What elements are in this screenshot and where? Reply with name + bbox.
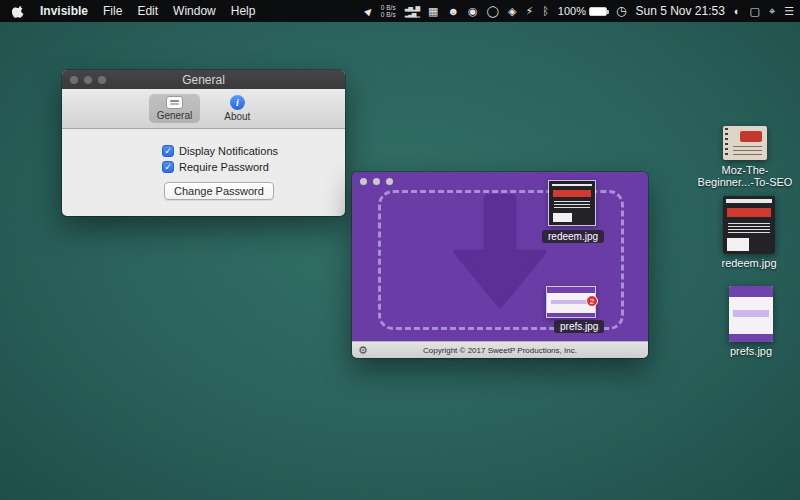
menu-edit[interactable]: Edit bbox=[137, 4, 158, 18]
badge-count: 2 bbox=[586, 295, 598, 307]
menu-file[interactable]: File bbox=[103, 4, 122, 18]
apple-icon bbox=[12, 5, 25, 18]
prefs-image-icon bbox=[729, 286, 773, 342]
drop-window-footer: ⚙ Copyright © 2017 SweetP Productions, I… bbox=[352, 341, 648, 358]
prefs-file-label: prefs.jpg bbox=[554, 320, 604, 333]
desktop-icon-moz-pdf[interactable]: Moz-The- Beginner...-To-SEO bbox=[695, 126, 795, 160]
apple-menu[interactable] bbox=[12, 5, 25, 18]
net-up-label: 0 B/s bbox=[381, 4, 396, 11]
menu-bar: Invisible File Edit Window Help ▶ 0 B/s … bbox=[0, 0, 800, 22]
preferences-content: ✓ Display Notifications ✓ Require Passwo… bbox=[62, 129, 345, 200]
menu-bar-status: ▶ 0 B/s 0 B/s ▃▅▂▆ ▂▃▅▁ ▦ ☻ ◉ ◯ ◈ ⚡ ᛒ 10… bbox=[365, 0, 794, 22]
app-menu-title[interactable]: Invisible bbox=[40, 4, 88, 18]
preferences-titlebar[interactable]: General bbox=[62, 70, 345, 89]
toolbar-about-label: About bbox=[224, 111, 250, 122]
pdf-document-icon bbox=[723, 126, 767, 160]
record-icon[interactable]: ◯ bbox=[487, 5, 499, 18]
menu-bar-clock[interactable]: Sun 5 Nov 21:53 bbox=[635, 4, 724, 18]
location-icon[interactable]: ▶ bbox=[362, 5, 374, 17]
redeem-thumbnail-art bbox=[549, 181, 595, 225]
redeem-image-icon bbox=[723, 196, 775, 254]
minimize-button[interactable] bbox=[373, 178, 380, 185]
net-down-label: 0 B/s bbox=[381, 11, 396, 18]
menu-window[interactable]: Window bbox=[173, 4, 216, 18]
redeem-file-label: redeem.jpg bbox=[542, 230, 604, 243]
bolt-icon[interactable]: ⚡ bbox=[525, 5, 533, 18]
gear-icon[interactable]: ⚙ bbox=[358, 344, 368, 357]
clock-icon[interactable]: ◷ bbox=[616, 4, 626, 18]
cpu-meter[interactable]: ▃▅▂▆ ▂▃▅▁ bbox=[405, 5, 419, 17]
prefs-icon-label: prefs.jpg bbox=[701, 345, 800, 357]
menu-help[interactable]: Help bbox=[231, 4, 256, 18]
notification-center-icon[interactable]: ☰ bbox=[784, 5, 794, 18]
toolbar-tab-about[interactable]: i About bbox=[216, 93, 258, 124]
battery-percent-label: 100% bbox=[558, 5, 586, 17]
redeem-thumbnail[interactable] bbox=[548, 180, 596, 226]
prefs-thumbnail[interactable]: 2 bbox=[546, 286, 596, 318]
info-icon: i bbox=[230, 95, 245, 110]
preferences-toolbar: General i About bbox=[62, 89, 345, 129]
desktop-icon-redeem[interactable]: redeem.jpg bbox=[699, 196, 799, 254]
cpu-bars-bottom: ▂▃▅▁ bbox=[405, 11, 419, 17]
prefs-thumbnail-art: 2 bbox=[547, 287, 595, 317]
grid-icon[interactable]: ▦ bbox=[428, 5, 438, 18]
drop-window: redeem.jpg 2 prefs.jpg ⚙ Copyright © 201… bbox=[352, 172, 648, 358]
battery-status[interactable]: 100% bbox=[558, 5, 607, 17]
bluetooth-icon[interactable]: ᛒ bbox=[542, 5, 549, 17]
copyright-label: Copyright © 2017 SweetP Productions, Inc… bbox=[352, 346, 648, 355]
display-icon[interactable]: ▢ bbox=[750, 5, 760, 18]
menu-bar-left: Invisible File Edit Window Help bbox=[0, 4, 255, 18]
redeem-icon-label: redeem.jpg bbox=[699, 257, 799, 269]
require-password-checkbox[interactable]: ✓ bbox=[162, 161, 174, 173]
user-icon[interactable]: ☻ bbox=[448, 5, 460, 17]
display-notifications-checkbox[interactable]: ✓ bbox=[162, 145, 174, 157]
moz-icon-label: Moz-The- Beginner...-To-SEO bbox=[695, 164, 795, 188]
toolbar-tab-general[interactable]: General bbox=[149, 94, 201, 123]
general-icon bbox=[166, 96, 183, 109]
close-button[interactable] bbox=[360, 178, 367, 185]
require-password-label: Require Password bbox=[179, 161, 269, 173]
window-title: General bbox=[62, 73, 345, 87]
change-password-button[interactable]: Change Password bbox=[164, 182, 274, 200]
drop-traffic-lights bbox=[360, 178, 393, 185]
lock-icon[interactable]: ◈ bbox=[508, 5, 516, 18]
spotlight-icon[interactable]: ⌖ bbox=[769, 5, 775, 18]
display-notifications-row: ✓ Display Notifications bbox=[162, 145, 345, 157]
require-password-row: ✓ Require Password bbox=[162, 161, 345, 173]
battery-icon bbox=[589, 7, 607, 16]
display-notifications-label: Display Notifications bbox=[179, 145, 278, 157]
preferences-window: General General i About ✓ Display Notifi… bbox=[62, 70, 345, 216]
network-meter[interactable]: 0 B/s 0 B/s bbox=[381, 4, 396, 18]
desktop-icon-prefs[interactable]: prefs.jpg bbox=[701, 286, 800, 342]
toolbar-general-label: General bbox=[157, 110, 193, 121]
download-arrow-icon bbox=[452, 194, 548, 312]
eye-icon[interactable]: ◉ bbox=[468, 5, 478, 18]
zoom-button[interactable] bbox=[386, 178, 393, 185]
siri-icon[interactable]: ◐ bbox=[734, 5, 741, 17]
